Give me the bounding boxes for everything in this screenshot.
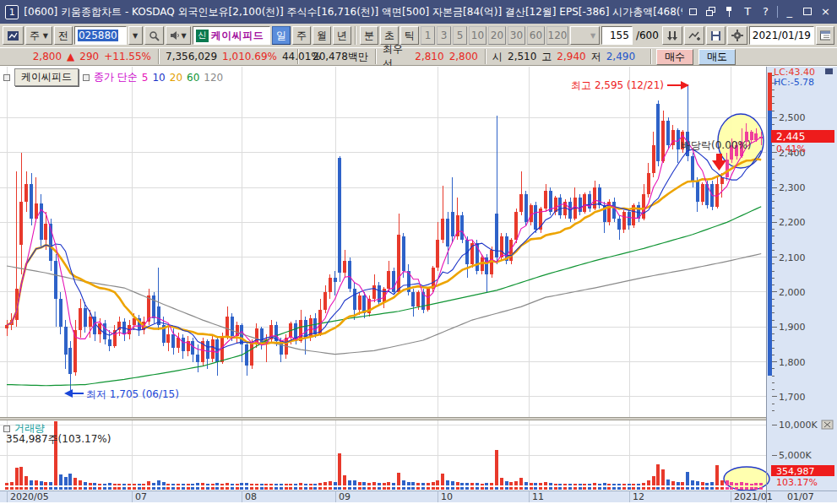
volume-bar [603, 483, 606, 485]
minute-5-button[interactable]: 5 [453, 26, 467, 45]
ribbon-dash [128, 487, 131, 490]
volume-bar [138, 484, 141, 485]
ribbon-dash [117, 487, 121, 490]
candle-body [84, 308, 87, 328]
volume-bar [593, 483, 596, 485]
ribbon-dash [759, 487, 763, 490]
restore-screen-icon[interactable] [688, 6, 700, 18]
ribbon-dash [460, 487, 464, 490]
custom-period-combo[interactable]: ▼ [570, 26, 600, 45]
chart-window-icon [7, 30, 19, 41]
search-button[interactable] [144, 26, 164, 45]
ribbon-dash [84, 487, 87, 490]
minute-3-button[interactable]: 3 [437, 26, 451, 45]
ribbon-dash [456, 487, 459, 490]
ribbon-dash [451, 487, 454, 490]
candle-body [701, 184, 704, 202]
stock-name-field[interactable]: 신 케이씨피드 [193, 26, 270, 45]
ma-checkbox[interactable] [83, 74, 90, 81]
volume-bar [113, 484, 117, 485]
date-value: 2021/01/19 [753, 30, 811, 41]
code-dropdown-button[interactable]: ▼ [128, 26, 143, 45]
stock-code-input[interactable]: 025880 [74, 26, 127, 45]
volume-bar [264, 484, 268, 485]
tab-weekly[interactable]: 주 [292, 26, 311, 45]
ribbon-dash [54, 487, 57, 490]
close-button[interactable]: × [819, 6, 832, 18]
volume-bar [240, 483, 243, 485]
asset-type-combo[interactable]: 주▼ [25, 26, 52, 45]
tab-monthly[interactable]: 월 [313, 26, 331, 45]
volume-bar [607, 484, 611, 485]
minimize-button[interactable]: _ [783, 6, 796, 18]
volume-bar [98, 484, 101, 485]
ribbon-dash [677, 487, 680, 490]
maximize-button[interactable] [801, 6, 813, 18]
ma-legend-label: 종가 단순 [94, 70, 138, 84]
window-title: [0600] 키움종합차트 - KOSDAQ 외국인보유[2,100(천)] 주… [24, 5, 682, 19]
candle-body [40, 203, 43, 240]
help-icon[interactable]: ? [759, 6, 772, 18]
volume-bar [299, 483, 302, 485]
save-button[interactable] [706, 26, 726, 45]
minute-120-button[interactable]: 120 [546, 26, 568, 45]
chart-menu-button[interactable] [3, 26, 24, 45]
minute-20-button[interactable]: 20 [488, 26, 506, 45]
ribbon-dash [416, 487, 420, 490]
sell-button[interactable]: 매도 [698, 49, 736, 65]
series-checkbox[interactable] [3, 74, 10, 81]
compare-data-button[interactable] [662, 26, 682, 45]
settings-button[interactable] [727, 26, 747, 45]
ribbon-dash [79, 487, 82, 490]
ribbon-dash [754, 487, 758, 490]
minute-10-button[interactable]: 10 [469, 26, 486, 45]
bar-total-label: /600 [636, 30, 659, 41]
tab-minute[interactable]: 분 [360, 26, 378, 45]
volume-bar [416, 483, 420, 485]
minute-30-button[interactable]: 30 [508, 26, 525, 45]
volume-bar [705, 483, 709, 485]
bar-count-input[interactable]: 155 [601, 26, 633, 45]
series-name-tab[interactable]: 케이씨피드 [14, 68, 79, 86]
ribbon-dash [701, 487, 704, 490]
ribbon-dash [726, 487, 729, 490]
candlestick-chart-canvas[interactable]: 2,5002,4002,3002,2002,1002,0001,9001,800… [0, 66, 837, 504]
volume-cell: 7,356,029 1,010.69% 44.01% [159, 49, 298, 64]
volume-bar [201, 483, 204, 485]
add-chart-button[interactable] [684, 26, 704, 45]
candle-body [554, 198, 557, 212]
ribbon-dash [481, 487, 484, 490]
ribbon-dash [686, 487, 689, 490]
chart-area[interactable]: 2,5002,4002,3002,2002,1002,0001,9001,800… [0, 66, 837, 504]
volume-checkbox[interactable] [3, 425, 10, 432]
ribbon-dash [35, 487, 38, 490]
best-bid: 2,800 [449, 51, 478, 62]
volume-bar [544, 482, 547, 485]
candle-body [427, 289, 430, 310]
volume-bar [329, 481, 332, 485]
best-quote-cell: 최우선 2,810 2,800 [376, 49, 486, 64]
x-tick-label: 09 [339, 491, 351, 502]
previous-stock-button[interactable]: 전 [54, 26, 73, 45]
sound-button[interactable]: ▼ [166, 26, 191, 45]
open-value: 2,510 [508, 51, 536, 62]
pin-icon[interactable] [723, 6, 736, 18]
ribbon-dash [367, 487, 371, 490]
minute-60-button[interactable]: 60 [527, 26, 545, 45]
ribbon-dash [607, 487, 611, 490]
cascade-windows-icon[interactable] [705, 6, 718, 18]
date-input[interactable]: 2021/01/19 [749, 26, 814, 45]
buy-button[interactable]: 매수 [656, 49, 693, 65]
candle-body [334, 278, 337, 281]
candle-body [451, 212, 454, 236]
ribbon-dash [632, 487, 635, 490]
ribbon-dash [617, 487, 621, 490]
ribbon-dash [338, 487, 341, 490]
price-pane [0, 67, 766, 417]
calendar-button[interactable] [816, 26, 834, 45]
tab-daily[interactable]: 일 [272, 26, 291, 45]
font-size-icon[interactable]: T [742, 6, 754, 18]
chevron-down-icon: ▼ [43, 32, 48, 40]
minute-1-button[interactable]: 1 [421, 26, 435, 45]
tab-yearly[interactable]: 년 [333, 26, 351, 45]
